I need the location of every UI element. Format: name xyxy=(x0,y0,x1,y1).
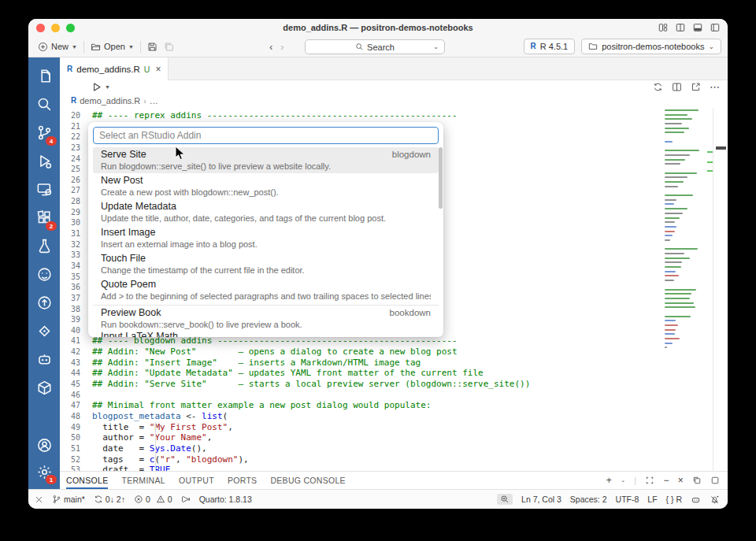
addin-item[interactable]: Touch FileChange the timestamp of the cu… xyxy=(93,251,439,277)
sidebar-item-explorer[interactable] xyxy=(28,62,60,91)
console-options-chevron[interactable]: ⌄ xyxy=(621,477,625,484)
run-options-chevron[interactable]: ▼ xyxy=(105,84,110,90)
addin-item[interactable]: Quote PoemAdd > to the beginning of sele… xyxy=(93,277,439,303)
notifications-status[interactable] xyxy=(710,495,720,505)
run-button[interactable] xyxy=(91,82,102,92)
open-in-window-icon[interactable] xyxy=(691,82,701,92)
sessions-icon xyxy=(36,181,53,199)
breadcrumb[interactable]: R demo_addins.R › … xyxy=(60,94,728,108)
sidebar-item-copilot[interactable] xyxy=(28,346,60,374)
minimap-line xyxy=(665,213,683,214)
language-mode[interactable]: { } R xyxy=(666,495,682,504)
code-line[interactable]: 44## Addin: "Update Metadata" – updates … xyxy=(60,368,665,379)
code-line[interactable]: 48blogpost_metadata <- list( xyxy=(60,411,665,422)
sidebar-item-github[interactable] xyxy=(28,261,60,289)
customize-layout-icon[interactable] xyxy=(658,23,668,33)
editor-actions-row: ▼ ⋯ xyxy=(60,80,728,94)
account-button[interactable] xyxy=(28,432,60,459)
search-input[interactable]: Search ⌄ xyxy=(305,39,445,54)
addin-item[interactable]: Insert ImageInsert an external image int… xyxy=(93,225,439,251)
addin-item[interactable]: Update MetadataUpdate the title, author,… xyxy=(93,199,439,225)
editor-tab[interactable]: R demo_addins.R U × xyxy=(60,57,169,80)
more-actions-icon[interactable]: ⋯ xyxy=(710,82,720,92)
code-line[interactable]: 47## Minimal front matter example a new … xyxy=(60,400,665,411)
editor-pane[interactable]: 20## ---- reprex addins ----------------… xyxy=(60,108,728,471)
tab-console[interactable]: CONSOLE xyxy=(66,472,108,489)
tab-debug-console[interactable]: DEBUG CONSOLE xyxy=(270,472,346,489)
code-line[interactable]: 43## Addin: "Insert Image" – inserts a M… xyxy=(60,358,665,369)
remote-indicator[interactable] xyxy=(35,495,43,504)
sidebar-item-search[interactable] xyxy=(28,91,60,119)
forward-button[interactable]: › xyxy=(280,41,284,53)
addin-item[interactable]: Preview BookbookdownRun bookdown::serve_… xyxy=(93,307,439,329)
minimap-line xyxy=(665,343,673,344)
split-editor-icon[interactable] xyxy=(672,82,682,92)
spaces-label: Spaces: 2 xyxy=(570,495,607,504)
save-all-button[interactable] xyxy=(162,42,179,52)
sidebar-item-gem[interactable] xyxy=(28,317,60,346)
code-line[interactable]: 41## ---- blogdown addins --------------… xyxy=(60,335,665,346)
restore-layout-icon[interactable] xyxy=(692,476,702,485)
sidebar-item-source-control[interactable]: 4 xyxy=(28,119,60,147)
code-line[interactable]: 53 draft = TRUE xyxy=(60,465,665,471)
code-line[interactable]: 42## Addin: "New Post" – opens a dialog … xyxy=(60,346,665,358)
new-button[interactable]: New ▼ xyxy=(33,42,82,52)
minimap[interactable] xyxy=(665,109,713,471)
quickpick-scrollbar[interactable] xyxy=(439,147,443,209)
sidebar-item-packages[interactable] xyxy=(28,374,60,402)
encoding[interactable]: UTF-8 xyxy=(616,495,639,504)
line-number: 38 xyxy=(60,304,82,315)
new-console-icon[interactable]: + xyxy=(606,476,612,485)
code-line[interactable]: 52 tags = c("r", "blogdown"), xyxy=(60,454,665,465)
zoom-indicator[interactable] xyxy=(497,494,513,505)
sidebar-item-testing[interactable] xyxy=(28,232,60,261)
eol[interactable]: LF xyxy=(647,495,657,504)
interpreter-button[interactable]: R R 4.5.1 xyxy=(524,39,576,54)
split-editor-icon[interactable] xyxy=(675,23,685,33)
code-line[interactable]: 50 author = "Your Name", xyxy=(60,432,665,443)
folder-icon xyxy=(588,42,598,51)
workspace-button[interactable]: positron-demos-notebooks ⌄ xyxy=(581,39,721,54)
sync-changes-icon[interactable] xyxy=(653,82,663,92)
cursor-position[interactable]: Ln 7, Col 3 xyxy=(521,495,561,504)
sidebar-item-sessions[interactable] xyxy=(28,176,60,204)
code-line[interactable]: 51 date = Sys.Date(), xyxy=(60,443,665,454)
toolbar-right: R R 4.5.1 positron-demos-notebooks ⌄ xyxy=(524,39,722,54)
maximize-panel-icon[interactable] xyxy=(645,476,654,485)
fullscreen-panel-icon[interactable] xyxy=(710,476,720,485)
addin-item[interactable]: Input LaTeX Math xyxy=(93,329,439,337)
back-button[interactable]: ‹ xyxy=(269,41,272,53)
quarto-version[interactable]: Quarto: 1.8.13 xyxy=(199,495,252,504)
addin-search-input[interactable]: Select an RStudio Addin xyxy=(93,127,439,144)
sidebar-item-run-debug[interactable] xyxy=(28,147,60,176)
minimize-panel-icon[interactable]: − xyxy=(663,476,669,485)
tab-terminal[interactable]: TERMINAL xyxy=(121,472,165,489)
sync-indicator[interactable]: 0↓ 2↑ xyxy=(94,495,125,504)
close-panel-icon[interactable]: × xyxy=(678,476,684,485)
save-button[interactable] xyxy=(143,42,162,52)
problems-indicator[interactable]: 0 0 xyxy=(134,495,172,504)
toggle-panel-icon[interactable] xyxy=(692,23,702,33)
code-text: ## Minimal front matter example a new po… xyxy=(92,400,431,411)
settings-button[interactable]: 1 xyxy=(28,459,60,486)
tab-output[interactable]: OUTPUT xyxy=(179,472,214,489)
sidebar-item-publish[interactable] xyxy=(28,289,60,317)
close-tab-icon[interactable]: × xyxy=(155,64,161,75)
code-line[interactable]: 49 title = "My First Post", xyxy=(60,422,665,433)
sidebar-item-extensions[interactable]: 2 xyxy=(28,204,60,232)
indentation[interactable]: Spaces: 2 xyxy=(570,495,607,504)
tab-ports[interactable]: PORTS xyxy=(228,472,257,489)
code-line[interactable]: 20## ---- reprex addins ----------------… xyxy=(60,110,665,121)
addin-label: Update Metadata xyxy=(101,201,431,213)
addin-item[interactable]: New PostCreate a new post with blogdown:… xyxy=(93,173,439,199)
git-branch-indicator[interactable]: main* xyxy=(52,495,85,504)
copilot-status[interactable] xyxy=(691,495,701,505)
chevron-down-icon: ▼ xyxy=(128,44,134,50)
addin-item[interactable]: Serve SiteblogdownRun blogdown::serve_si… xyxy=(93,147,439,173)
editor-scrollbar[interactable] xyxy=(713,108,728,471)
code-line[interactable]: 46 xyxy=(60,390,665,401)
beaker-status-item[interactable] xyxy=(181,495,191,504)
code-line[interactable]: 45## Addin: "Serve Site" – starts a loca… xyxy=(60,379,665,390)
open-button[interactable]: Open ▼ xyxy=(86,42,139,52)
toggle-secondary-sidebar-icon[interactable] xyxy=(710,23,720,33)
